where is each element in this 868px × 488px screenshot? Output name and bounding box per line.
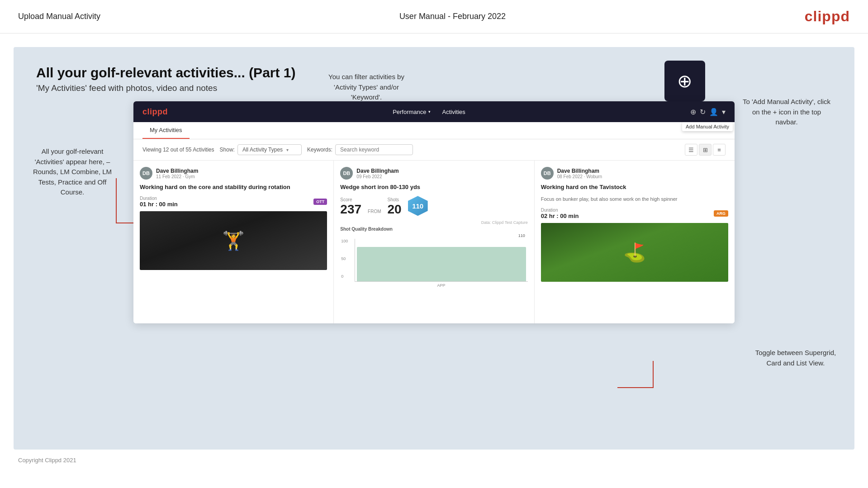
card-1-user-name: Dave Billingham bbox=[156, 168, 198, 174]
navbar-right: ⊕ ↻ 👤 ▾ bbox=[690, 108, 726, 116]
card-3-title: Working hard on the Tavistock bbox=[541, 183, 728, 191]
view-toggles: ☰ ⊞ ≡ bbox=[685, 144, 726, 156]
card-1-user-info: Dave Billingham 11 Feb 2022 · Gym bbox=[156, 168, 198, 179]
card-2-user-name: Dave Billingham bbox=[356, 168, 398, 174]
grid-view-button[interactable]: ⊞ bbox=[699, 144, 711, 156]
card-2-user-meta: 09 Feb 2022 bbox=[356, 174, 398, 179]
card-2-title: Wedge short iron 80-130 yds bbox=[340, 183, 527, 191]
card-2-user: DB Dave Billingham 09 Feb 2022 bbox=[340, 167, 527, 180]
add-manual-tooltip: Add Manual Activity bbox=[682, 122, 733, 131]
stat-score: Score 237 bbox=[340, 197, 361, 216]
filter-keywords: Keywords: bbox=[307, 144, 413, 155]
filter-bar: Viewing 12 out of 55 Activities Show: Al… bbox=[133, 139, 735, 161]
card-3-image bbox=[541, 223, 728, 282]
card-3-user-name: Dave Billingham bbox=[557, 168, 602, 174]
list-view-button[interactable]: ☰ bbox=[685, 144, 697, 156]
main-content: All your golf-relevant activities... (Pa… bbox=[14, 47, 854, 450]
viewing-text: Viewing 12 out of 55 Activities bbox=[142, 147, 214, 153]
page-title: Upload Manual Activity bbox=[18, 12, 100, 21]
annotation-add: To 'Add Manual Activity', click on the +… bbox=[741, 97, 832, 128]
card-1-duration-info: Duration 01 hr : 00 min bbox=[140, 196, 178, 208]
card-1-user: DB Dave Billingham 11 Feb 2022 · Gym bbox=[140, 167, 327, 180]
card-2-data-source: Data: Clippd Test Capture bbox=[340, 220, 527, 225]
nav-performance[interactable]: Performance ▾ bbox=[388, 107, 435, 117]
card-3-user: DB Dave Billingham 08 Feb 2022 · Woburn bbox=[541, 167, 728, 180]
y-axis: 100 50 0 bbox=[341, 239, 348, 279]
add-activity-icon-box[interactable]: ⊕ bbox=[664, 61, 705, 101]
gym-image bbox=[140, 211, 327, 270]
filter-show: Show: All Activity Types ▾ bbox=[220, 144, 302, 155]
toggle-line-h bbox=[617, 387, 654, 388]
card-2-chart-label: Shot Quality Breakdown bbox=[340, 227, 527, 232]
card-3-duration: Duration 02 hr : 00 min ARG bbox=[541, 208, 728, 219]
app-navbar: clippd Performance ▾ Activities ⊕ ↻ 👤 ▾ … bbox=[133, 101, 735, 122]
card-1-duration: Duration 01 hr : 00 min OTT bbox=[140, 196, 327, 208]
cards-area: DB Dave Billingham 11 Feb 2022 · Gym Wor… bbox=[133, 161, 735, 323]
tab-my-activities[interactable]: My Activities bbox=[142, 122, 190, 139]
chart-top-value: 110 bbox=[518, 233, 525, 238]
shot-quality-badge: 110 bbox=[408, 196, 428, 216]
plus-icon: ⊕ bbox=[677, 72, 693, 90]
app-tabs: My Activities bbox=[133, 122, 735, 139]
card-3-desc: Focus on bunker play, but also some work… bbox=[541, 196, 728, 203]
refresh-icon[interactable]: ↻ bbox=[700, 108, 706, 116]
hero-title: All your golf-relevant activities... (Pa… bbox=[36, 65, 832, 81]
annotation-toggle: Toggle between Supergrid, Card and List … bbox=[750, 348, 841, 368]
card-3-duration-info: Duration 02 hr : 00 min bbox=[541, 208, 579, 219]
activity-card-1: DB Dave Billingham 11 Feb 2022 · Gym Wor… bbox=[133, 161, 334, 323]
activity-card-2: DB Dave Billingham 09 Feb 2022 Wedge sho… bbox=[334, 161, 534, 323]
copyright: Copyright Clippd 2021 bbox=[0, 450, 868, 471]
hero-subtitle: 'My Activities' feed with photos, video … bbox=[36, 83, 832, 93]
card-3-user-meta: 08 Feb 2022 · Woburn bbox=[557, 174, 602, 179]
avatar-2: DB bbox=[340, 167, 353, 180]
top-bar: Upload Manual Activity User Manual - Feb… bbox=[0, 0, 868, 33]
card-2-stats: Score 237 FROM Shots 20 110 bbox=[340, 196, 527, 216]
activity-card-3: DB Dave Billingham 08 Feb 2022 · Woburn … bbox=[535, 161, 735, 323]
chevron-icon[interactable]: ▾ bbox=[722, 108, 726, 116]
avatar-1: DB bbox=[140, 167, 152, 180]
avatar-3: DB bbox=[541, 167, 554, 180]
card-1-user-meta: 11 Feb 2022 · Gym bbox=[156, 174, 198, 179]
activity-type-dropdown[interactable]: All Activity Types ▾ bbox=[237, 144, 302, 155]
card-2-user-info: Dave Billingham 09 Feb 2022 bbox=[356, 168, 398, 179]
card-3-tag: ARG bbox=[714, 210, 728, 217]
manual-title: User Manual - February 2022 bbox=[399, 12, 506, 21]
brand-logo: clippd bbox=[805, 8, 850, 25]
card-3-user-info: Dave Billingham 08 Feb 2022 · Woburn bbox=[557, 168, 602, 179]
toggle-line-v bbox=[653, 361, 654, 388]
chart-x-label: APP bbox=[355, 283, 527, 288]
card-1-image bbox=[140, 211, 327, 270]
user-icon[interactable]: 👤 bbox=[709, 108, 718, 116]
add-icon[interactable]: ⊕ bbox=[690, 108, 696, 116]
nav-activities[interactable]: Activities bbox=[438, 107, 470, 117]
annotation-filter: You can filter activities by 'Activity T… bbox=[321, 72, 412, 103]
chart-bars bbox=[355, 239, 527, 282]
annotation-left: All your golf-relevant 'Activities' appe… bbox=[27, 147, 118, 198]
keyword-search-input[interactable] bbox=[335, 144, 413, 155]
app-logo: clippd bbox=[142, 107, 168, 117]
dropdown-chevron: ▾ bbox=[286, 147, 289, 152]
stat-shots: Shots 20 bbox=[388, 197, 402, 216]
golf-image bbox=[541, 223, 728, 282]
app-nav: Performance ▾ Activities bbox=[388, 107, 470, 117]
app-mockup: clippd Performance ▾ Activities ⊕ ↻ 👤 ▾ … bbox=[133, 101, 735, 323]
chevron-down-icon: ▾ bbox=[428, 109, 431, 114]
card-1-tag: OTT bbox=[313, 199, 327, 205]
chart-bar-app bbox=[357, 247, 526, 282]
supergrid-view-button[interactable]: ≡ bbox=[713, 144, 726, 156]
card-1-title: Working hard on the core and stability d… bbox=[140, 183, 327, 191]
